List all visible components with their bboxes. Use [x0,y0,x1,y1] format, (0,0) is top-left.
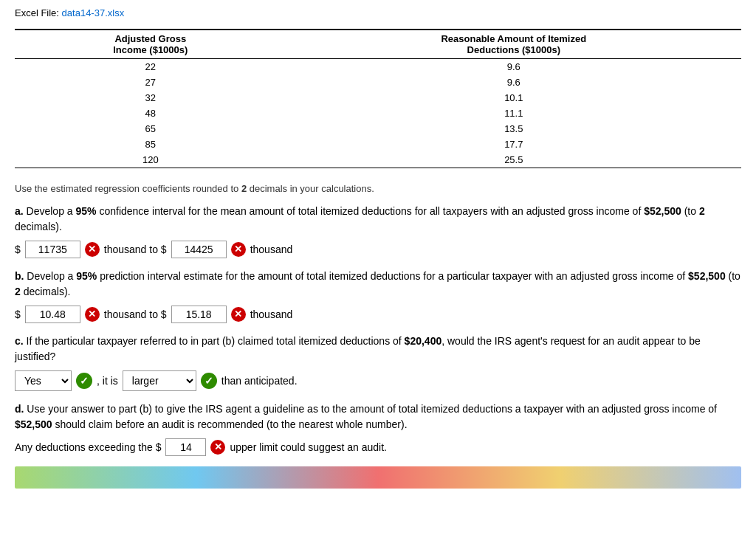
part-a-text: a. Develop a 95% confidence interval for… [15,204,741,235]
part-c-answer-row: Yes No ✓ , it is larger smaller ✓ than a… [15,370,741,391]
excel-filename-link[interactable]: data14-37.xlsx [62,7,125,18]
table-cell-income: 27 [15,75,286,90]
table-cell-income: 85 [15,137,286,152]
part-a-input2[interactable] [171,241,227,258]
table-row: 27 9.6 [15,75,741,90]
part-a-error1[interactable]: ✕ [85,242,100,257]
data-table: Adjusted GrossIncome ($1000s) Reasonable… [15,29,741,168]
part-a-error2[interactable]: ✕ [231,242,246,257]
table-cell-income: 32 [15,90,286,106]
table-cell-income: 48 [15,106,286,121]
part-d-text: d. Use your answer to part (b) to give t… [15,401,741,432]
part-b-answer-row: $ ✕ thousand to $ ✕ thousand [15,306,741,323]
part-b-prefix: $ [15,308,21,320]
part-c-text: c. If the particular taxpayer referred t… [15,334,741,365]
table-cell-deduction: 9.6 [286,59,741,75]
part-a-answer-row: $ ✕ thousand to $ ✕ thousand [15,241,741,258]
part-a-input1[interactable] [25,241,80,258]
table-row: 85 17.7 [15,137,741,152]
part-b-section: b. Develop a 95% prediction interval est… [15,269,741,323]
part-c-check2: ✓ [201,373,217,389]
bottom-navigation-bar[interactable] [15,466,741,489]
part-c-label: c. [15,335,24,347]
part-b-input2[interactable] [171,306,227,323]
part-d-input[interactable] [165,438,206,456]
table-cell-deduction: 25.5 [286,152,741,168]
part-d-label: d. [15,403,24,415]
part-c-dropdown2[interactable]: larger smaller [123,370,196,391]
part-b-suffix: thousand [250,308,293,320]
col2-header: Reasonable Amount of ItemizedDeductions … [286,30,741,59]
note-section: Use the estimated regression coefficient… [15,182,741,196]
part-d-prefix-text: Any deductions exceeding the $ [15,441,161,453]
part-a-suffix: thousand [250,244,293,255]
table-row: 22 9.6 [15,59,741,75]
table-cell-deduction: 11.1 [286,106,741,121]
part-b-input1[interactable] [25,306,80,323]
part-d-error[interactable]: ✕ [210,440,225,455]
part-b-text: b. Develop a 95% prediction interval est… [15,269,741,300]
part-a-separator: thousand to $ [104,244,167,255]
part-a-label: a. [15,205,24,217]
table-cell-income: 120 [15,152,286,168]
table-cell-income: 22 [15,59,286,75]
part-c-suffix: than anticipated. [221,375,298,387]
table-row: 120 25.5 [15,152,741,168]
table-cell-deduction: 9.6 [286,75,741,90]
part-b-label: b. [15,270,24,282]
part-c-section: c. If the particular taxpayer referred t… [15,334,741,391]
col1-header: Adjusted GrossIncome ($1000s) [15,30,286,59]
part-a-section: a. Develop a 95% confidence interval for… [15,204,741,258]
table-cell-deduction: 17.7 [286,137,741,152]
part-a-prefix: $ [15,244,21,255]
part-b-separator: thousand to $ [104,308,167,320]
part-c-check1: ✓ [76,373,92,389]
part-b-error2[interactable]: ✕ [231,307,246,322]
part-c-connector: , it is [97,375,118,387]
table-row: 65 13.5 [15,121,741,137]
table-cell-deduction: 10.1 [286,90,741,106]
excel-file-header: Excel File: data14-37.xlsx [15,7,741,18]
table-cell-deduction: 13.5 [286,121,741,137]
part-d-suffix: upper limit could suggest an audit. [230,441,386,453]
table-row: 32 10.1 [15,90,741,106]
part-b-error1[interactable]: ✕ [85,307,100,322]
table-cell-income: 65 [15,121,286,137]
part-d-answer-row: Any deductions exceeding the $ ✕ upper l… [15,438,741,456]
excel-label: Excel File: [15,7,59,18]
part-c-dropdown1[interactable]: Yes No [15,370,72,391]
part-d-section: d. Use your answer to part (b) to give t… [15,401,741,456]
table-row: 48 11.1 [15,106,741,121]
